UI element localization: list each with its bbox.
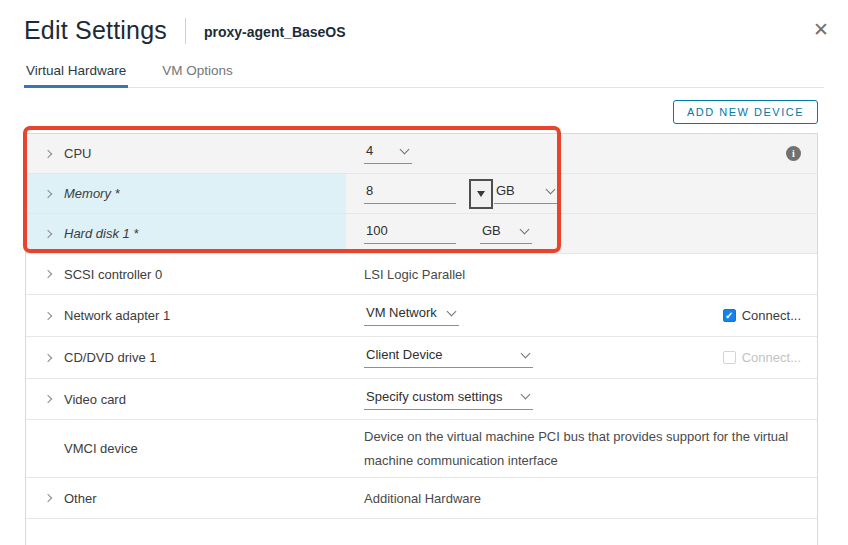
video-label-cell: Video card — [26, 379, 346, 419]
cddvd-select[interactable]: Client Device — [364, 347, 533, 368]
other-label-cell: Other — [26, 478, 346, 518]
toolbar: ADD NEW DEVICE — [0, 100, 818, 124]
cddvd-connect-checkbox[interactable] — [723, 351, 736, 364]
hard-disk-size-input[interactable] — [364, 223, 456, 244]
chevron-down-icon — [521, 348, 531, 358]
expand-chevron-icon[interactable] — [44, 270, 52, 278]
vm-name: proxy-agent_BaseOS — [204, 24, 346, 40]
expand-chevron-icon[interactable] — [44, 494, 52, 502]
edit-settings-dialog: Edit Settings proxy-agent_BaseOS ✕ Virtu… — [0, 0, 848, 545]
table-row-video-card: Video card Specify custom settings — [26, 379, 817, 420]
vmci-label: VMCI device — [64, 441, 138, 456]
hard-disk-unit-value: GB — [482, 223, 501, 238]
cpu-label-cell: CPU — [26, 134, 346, 173]
cddvd-label-cell: CD/DVD drive 1 — [26, 337, 346, 378]
chevron-down-icon — [400, 144, 410, 154]
network-label: Network adapter 1 — [64, 308, 170, 323]
network-select-value: VM Network — [366, 305, 437, 320]
hard-disk-value-cell: GB — [346, 214, 817, 253]
cddvd-value-cell: Client Device — [346, 337, 697, 378]
memory-value-cell: GB — [346, 174, 817, 213]
video-select-value: Specify custom settings — [366, 389, 503, 404]
chevron-down-icon — [520, 224, 530, 234]
cddvd-connect-label: Connect... — [742, 350, 801, 365]
network-connect-label: Connect... — [742, 308, 801, 323]
network-connect-checkbox[interactable]: ✓ — [723, 309, 736, 322]
vmci-description: Device on the virtual machine PCI bus th… — [364, 417, 809, 481]
active-tab-underline — [24, 85, 128, 88]
table-row-network-adapter: Network adapter 1 VM Network ✓ Connect..… — [26, 295, 817, 337]
cpu-value-cell: 4 — [346, 134, 697, 173]
expand-chevron-icon[interactable] — [44, 311, 52, 319]
table-row-vmci-device: VMCI device Device on the virtual machin… — [26, 420, 817, 478]
memory-stepper-button[interactable] — [469, 179, 493, 209]
tab-vm-options[interactable]: VM Options — [160, 63, 235, 87]
memory-size-input[interactable] — [364, 183, 456, 204]
scsi-value-cell: LSI Logic Parallel — [346, 254, 817, 294]
dialog-header: Edit Settings proxy-agent_BaseOS — [0, 0, 848, 45]
chevron-down-icon — [546, 184, 556, 194]
table-row-memory: Memory * GB — [26, 174, 817, 214]
other-label: Other — [64, 491, 97, 506]
scsi-value: LSI Logic Parallel — [364, 267, 465, 282]
scsi-label-cell: SCSI controller 0 — [26, 254, 346, 294]
cpu-count-select[interactable]: 4 — [364, 143, 412, 164]
vmci-value-cell: Device on the virtual machine PCI bus th… — [346, 420, 817, 477]
hard-disk-label-cell: Hard disk 1 * — [26, 214, 346, 253]
add-new-device-button[interactable]: ADD NEW DEVICE — [673, 100, 818, 124]
expand-chevron-icon[interactable] — [44, 229, 52, 237]
tab-vm-options-label: VM Options — [162, 63, 233, 78]
hard-disk-unit-select[interactable]: GB — [480, 223, 532, 244]
tab-virtual-hardware[interactable]: Virtual Hardware — [24, 63, 128, 87]
expand-chevron-icon[interactable] — [44, 149, 52, 157]
stepper-down-icon — [477, 191, 485, 197]
network-label-cell: Network adapter 1 — [26, 295, 346, 336]
network-value-cell: VM Network — [346, 295, 697, 336]
table-row-scsi-controller: SCSI controller 0 LSI Logic Parallel — [26, 254, 817, 295]
virtual-hardware-table: CPU 4 i Memory * GB — [25, 133, 818, 545]
chevron-down-icon — [521, 390, 531, 400]
memory-label: Memory * — [64, 186, 120, 201]
memory-unit-select[interactable]: GB — [494, 183, 558, 204]
cpu-row-right: i — [697, 146, 817, 161]
memory-unit-value: GB — [496, 183, 515, 198]
table-row-cddvd-drive: CD/DVD drive 1 Client Device Connect... — [26, 337, 817, 379]
close-icon[interactable]: ✕ — [810, 18, 832, 40]
tab-virtual-hardware-label: Virtual Hardware — [26, 63, 126, 78]
vmci-label-cell: VMCI device — [26, 420, 346, 477]
other-value-cell: Additional Hardware — [346, 478, 817, 518]
cpu-count-value: 4 — [366, 143, 373, 158]
dialog-title: Edit Settings — [24, 16, 167, 45]
expand-chevron-icon[interactable] — [44, 189, 52, 197]
video-value-cell: Specify custom settings — [346, 379, 817, 419]
cddvd-select-value: Client Device — [366, 347, 443, 362]
video-label: Video card — [64, 392, 126, 407]
table-row-hard-disk: Hard disk 1 * GB — [26, 214, 817, 254]
hard-disk-label: Hard disk 1 * — [64, 226, 138, 241]
memory-label-cell: Memory * — [26, 174, 346, 213]
video-select[interactable]: Specify custom settings — [364, 389, 533, 410]
title-divider — [185, 18, 186, 44]
chevron-down-icon — [447, 306, 457, 316]
table-row-cpu: CPU 4 i — [26, 134, 817, 174]
other-value: Additional Hardware — [364, 491, 481, 506]
expand-chevron-icon[interactable] — [44, 395, 52, 403]
network-select[interactable]: VM Network — [364, 305, 459, 326]
info-icon[interactable]: i — [786, 146, 801, 161]
cddvd-label: CD/DVD drive 1 — [64, 350, 156, 365]
table-row-other: Other Additional Hardware — [26, 478, 817, 519]
cddvd-row-right: Connect... — [697, 350, 817, 365]
tab-bar: Virtual Hardware VM Options — [24, 63, 824, 88]
network-row-right: ✓ Connect... — [697, 308, 817, 323]
cpu-label: CPU — [64, 146, 91, 161]
expand-chevron-icon[interactable] — [44, 353, 52, 361]
scsi-label: SCSI controller 0 — [64, 267, 162, 282]
